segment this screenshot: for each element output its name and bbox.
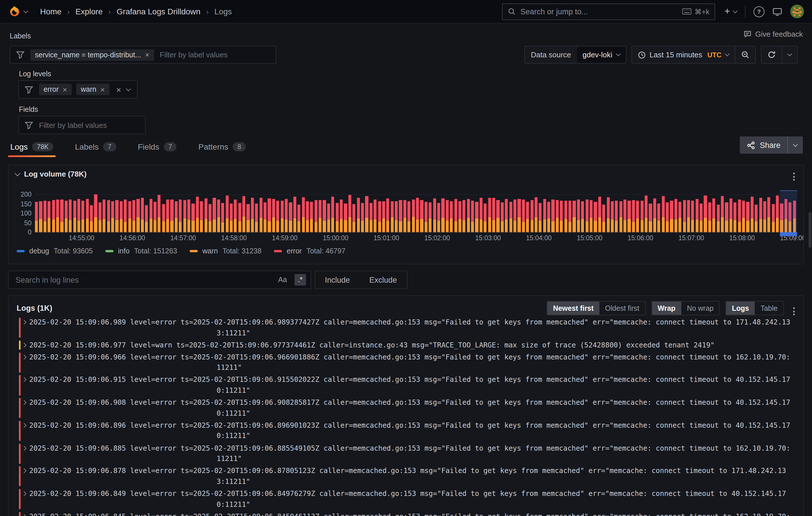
log-volume-bar[interactable] — [226, 196, 228, 232]
log-volume-bar[interactable] — [776, 196, 779, 232]
log-volume-bar[interactable] — [395, 201, 398, 232]
zoom-out-button[interactable] — [735, 47, 755, 63]
expand-row-icon[interactable] — [22, 320, 27, 325]
log-volume-bar[interactable] — [615, 201, 618, 232]
log-volume-bar[interactable] — [179, 199, 182, 232]
log-volume-bar[interactable] — [158, 195, 161, 232]
log-volume-bar[interactable] — [302, 197, 304, 232]
log-volume-bar[interactable] — [340, 199, 343, 232]
new-menu-button[interactable]: + — [724, 6, 737, 17]
log-volume-bar[interactable] — [700, 203, 702, 232]
log-volume-bar[interactable] — [52, 200, 55, 232]
log-row[interactable]: 2025-02-20 15:09:06.896 level=error ts=2… — [17, 420, 800, 441]
log-volume-bar[interactable] — [285, 199, 288, 232]
log-volume-bar[interactable] — [514, 199, 516, 232]
log-volume-bar[interactable] — [238, 203, 241, 232]
case-sensitivity-toggle[interactable]: Aa — [277, 275, 289, 285]
log-volume-bar[interactable] — [670, 201, 673, 232]
labels-filter[interactable]: service_name = tempo-distribut... × Filt… — [10, 46, 276, 64]
legend-item-debug[interactable]: debugTotal: 93605 — [17, 247, 93, 255]
log-volume-bar[interactable] — [505, 199, 508, 233]
expand-row-icon[interactable] — [22, 446, 27, 451]
log-row[interactable]: 2025-02-20 15:09:06.915 level=error ts=2… — [17, 375, 800, 396]
log-volume-bar[interactable] — [458, 201, 461, 232]
log-volume-bar[interactable] — [77, 199, 80, 233]
log-volume-bar[interactable] — [611, 201, 614, 232]
log-volume-bar[interactable] — [759, 198, 762, 232]
log-volume-bar[interactable] — [264, 202, 266, 232]
log-volume-bar[interactable] — [463, 200, 466, 232]
give-feedback-button[interactable]: Give feedback — [743, 30, 803, 38]
log-volume-bar[interactable] — [331, 197, 334, 232]
log-volume-bar[interactable] — [217, 199, 220, 232]
log-volume-bar[interactable] — [691, 200, 694, 232]
log-volume-bar[interactable] — [585, 199, 588, 232]
log-volume-bar[interactable] — [628, 201, 631, 232]
log-volume-bar[interactable] — [145, 206, 148, 232]
log-volume-bar[interactable] — [221, 203, 224, 232]
log-volume-bar[interactable] — [569, 201, 571, 232]
log-volume-bar[interactable] — [209, 204, 211, 232]
log-volume-bar[interactable] — [306, 201, 309, 232]
log-volume-bar[interactable] — [323, 200, 326, 232]
log-volume-bar[interactable] — [115, 200, 118, 232]
log-volume-bar[interactable] — [162, 204, 165, 232]
log-row[interactable]: 2025-02-20 15:09:06.966 level=error ts=2… — [17, 352, 800, 373]
log-volume-bar[interactable] — [420, 200, 423, 232]
log-volume-bar[interactable] — [683, 200, 686, 232]
log-volume-bar[interactable] — [450, 201, 453, 232]
log-volume-bar[interactable] — [297, 205, 300, 232]
avatar[interactable] — [790, 5, 804, 18]
log-volume-bar[interactable] — [433, 198, 436, 232]
scrollbar[interactable] — [809, 212, 811, 248]
expand-row-icon[interactable] — [22, 423, 27, 428]
log-volume-bar[interactable] — [310, 201, 313, 232]
log-level-chip[interactable]: error× — [39, 84, 71, 95]
log-volume-bar[interactable] — [175, 201, 178, 232]
log-volume-bar[interactable] — [166, 199, 169, 232]
log-volume-bar[interactable] — [416, 198, 419, 232]
log-volume-bar[interactable] — [564, 200, 567, 232]
expand-row-icon[interactable] — [22, 355, 27, 359]
log-volume-bar[interactable] — [649, 203, 652, 232]
log-volume-bar[interactable] — [374, 199, 376, 232]
help-button[interactable]: ? — [754, 6, 764, 17]
include-button[interactable]: Include — [315, 275, 359, 284]
line-filter-input[interactable]: Search in log lines Aa .* — [8, 271, 311, 289]
log-volume-bar[interactable] — [530, 200, 533, 232]
log-volume-bar[interactable] — [183, 200, 186, 232]
log-volume-bar[interactable] — [230, 203, 233, 232]
log-volume-bar[interactable] — [289, 202, 292, 232]
time-range-picker[interactable]: Last 15 minutes UTC — [632, 47, 735, 63]
log-volume-bar[interactable] — [598, 196, 601, 232]
log-volume-bar[interactable] — [496, 200, 499, 232]
log-volume-bar[interactable] — [242, 196, 245, 232]
share-dropdown[interactable] — [787, 136, 803, 154]
log-volume-bar[interactable] — [619, 201, 622, 232]
log-volume-bar[interactable] — [234, 199, 237, 232]
breadcrumb-item[interactable]: Logs — [214, 7, 232, 16]
tab-labels[interactable]: Labels7 — [74, 140, 117, 159]
search-input[interactable]: Search or jump to... ⌘+k — [502, 3, 715, 20]
log-volume-bar[interactable] — [484, 203, 487, 232]
log-volume-bar[interactable] — [539, 203, 542, 232]
view-table[interactable]: Table — [755, 302, 783, 315]
log-volume-bar[interactable] — [293, 197, 296, 232]
log-volume-bar[interactable] — [594, 202, 597, 232]
log-volume-bar[interactable] — [336, 203, 338, 232]
log-volume-bar[interactable] — [120, 201, 123, 232]
chevron-down-icon[interactable] — [126, 86, 131, 91]
log-volume-bar[interactable] — [429, 202, 432, 232]
log-volume-bar[interactable] — [153, 202, 156, 232]
log-volume-bar[interactable] — [742, 201, 745, 232]
log-volume-bar[interactable] — [35, 201, 38, 232]
log-volume-bar[interactable] — [441, 199, 444, 232]
log-row[interactable]: 2025-02-20 15:09:06.845 level=error ts=2… — [17, 511, 800, 516]
log-volume-bar[interactable] — [725, 202, 728, 232]
log-volume-bar[interactable] — [192, 203, 195, 232]
breadcrumb-item[interactable]: Grafana Logs Drilldown — [117, 7, 201, 16]
breadcrumb-item[interactable]: Home — [40, 7, 62, 16]
log-volume-bar[interactable] — [556, 200, 559, 232]
log-volume-bar[interactable] — [319, 200, 321, 232]
log-volume-bar[interactable] — [712, 199, 715, 232]
